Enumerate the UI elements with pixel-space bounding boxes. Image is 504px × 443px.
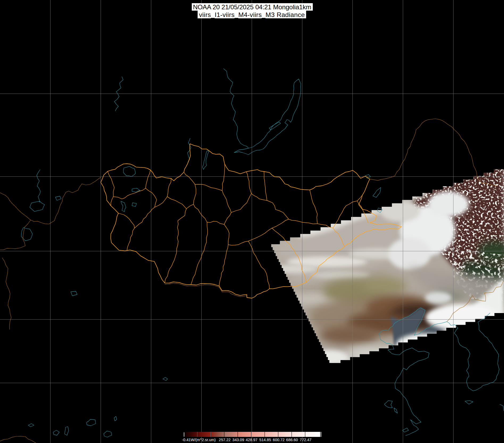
svg-text:343.09: 343.09 bbox=[232, 438, 244, 442]
svg-text:514.85: 514.85 bbox=[259, 438, 271, 442]
svg-text:600.72: 600.72 bbox=[273, 438, 285, 442]
svg-text:428.97: 428.97 bbox=[246, 438, 257, 442]
svg-text:686.60: 686.60 bbox=[286, 438, 298, 442]
svg-text:-0.41W/(m^2.sr.um): -0.41W/(m^2.sr.um) bbox=[182, 438, 216, 442]
svg-text:257.22: 257.22 bbox=[219, 438, 231, 442]
svg-text:NOAA 20 21/05/2025 04:21 Mongo: NOAA 20 21/05/2025 04:21 Mongolia1km bbox=[193, 3, 311, 11]
svg-text:772.47: 772.47 bbox=[300, 438, 311, 442]
svg-text:viirs_I1-viirs_M4-viirs_M3 Rad: viirs_I1-viirs_M4-viirs_M3 Radiance bbox=[199, 11, 305, 18]
